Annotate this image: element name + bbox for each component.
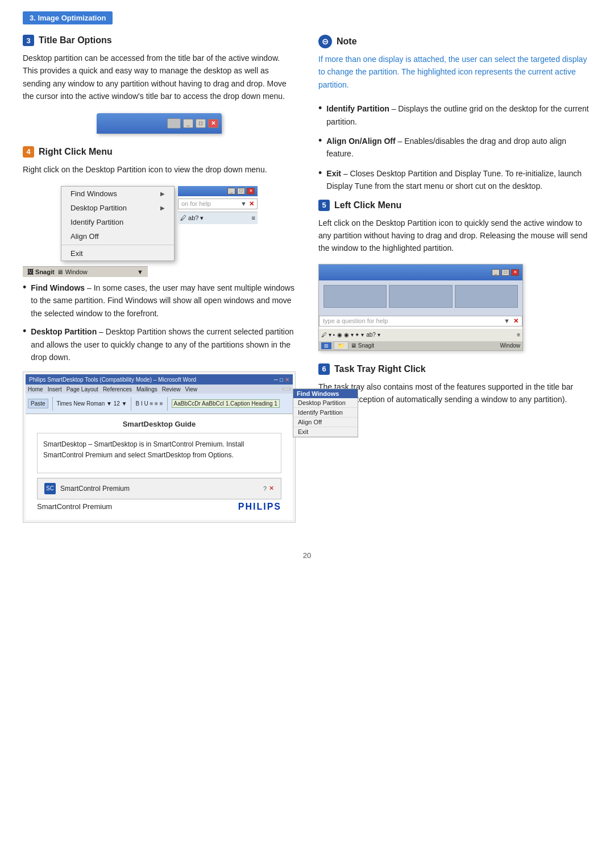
tab-page-layout[interactable]: Page Layout bbox=[67, 386, 98, 392]
dropdown-align[interactable]: Align Off bbox=[293, 418, 358, 427]
lc-body bbox=[319, 280, 522, 316]
left-click-preview: _ □ ✕ type a question for h bbox=[318, 264, 591, 351]
left-bullets: Find Windows – In some cases, the user m… bbox=[23, 282, 296, 363]
lc-maximize[interactable]: □ bbox=[501, 269, 509, 276]
taskbar-item-2: 🖥 Snagit bbox=[351, 342, 374, 349]
dropdown-identify[interactable]: Identify Partition bbox=[293, 408, 358, 418]
section-num-3: 3 bbox=[23, 35, 34, 46]
section-num-6: 6 bbox=[318, 363, 330, 375]
section-title-3: Title Bar Options bbox=[39, 35, 112, 46]
right-column: ⊝ Note If more than one display is attac… bbox=[318, 35, 591, 528]
context-menu: Find Windows ▶ Desktop Partition ▶ Ident… bbox=[61, 186, 175, 261]
lc-searchbar: type a question for help ▼ ✕ bbox=[319, 316, 522, 326]
tab-home[interactable]: Home bbox=[28, 386, 43, 392]
close-button[interactable]: ✕ bbox=[208, 119, 218, 128]
page-footer: 20 bbox=[23, 551, 591, 560]
lc-panel-1 bbox=[323, 285, 387, 308]
menu-item-find-windows[interactable]: Find Windows ▶ bbox=[61, 187, 174, 201]
smartdesktop-content: SmartDesktop – SmartDesktop is in SmartC… bbox=[37, 433, 281, 473]
toolbar-icons-right: ab? ▾ bbox=[366, 332, 380, 338]
doc-title: SmartDesktop Guide bbox=[37, 420, 281, 428]
smartcontrol-banner: SC SmartControl Premium ? ✕ bbox=[37, 478, 281, 499]
arrow-icon: ▶ bbox=[160, 191, 165, 197]
section-title-5: Left Click Menu bbox=[334, 200, 401, 210]
note-box: ⊝ Note If more than one display is attac… bbox=[318, 35, 591, 91]
note-text: If more than one display is attached, th… bbox=[318, 53, 591, 91]
note-bullet-exit: Exit – Closes Desktop Partition and Disp… bbox=[318, 167, 591, 193]
maximize-button[interactable]: □ bbox=[196, 119, 206, 128]
lc-window-frame: _ □ ✕ type a question for h bbox=[318, 264, 523, 351]
lc-search-arrow[interactable]: ▼ bbox=[504, 317, 510, 324]
dropdown-title: Find Windows bbox=[293, 389, 358, 398]
smartdesktop-screenshot: Philips SmartDesktop Tools (Compatibilit… bbox=[23, 371, 296, 522]
max-icon[interactable]: □ bbox=[280, 377, 283, 383]
tab-mailings[interactable]: Mailings bbox=[136, 386, 157, 392]
lc-search-close[interactable]: ✕ bbox=[513, 317, 518, 325]
brand-row: SmartControl Premium PHILIPS bbox=[37, 499, 281, 514]
menu-item-exit[interactable]: Exit bbox=[61, 246, 174, 261]
tab-insert[interactable]: Insert bbox=[48, 386, 62, 392]
tab-view[interactable]: View bbox=[185, 386, 198, 392]
section-title-4: Right Click Menu bbox=[39, 147, 113, 157]
mini-minimize[interactable]: _ bbox=[227, 188, 235, 195]
page-tag: 3. Image Optimization bbox=[23, 11, 113, 24]
menu-item-identify-partition[interactable]: Identify Partition bbox=[61, 215, 174, 229]
mini-close[interactable]: ✕ bbox=[247, 188, 255, 195]
section-3-body: Desktop partition can be accessed from t… bbox=[23, 52, 296, 103]
lc-toolbar: 🖊 ▾ ▪ ◉ ◉ ▾ ✦ ▾ ab? ▾ ≡ bbox=[319, 329, 522, 341]
ribbon-styles: AaBbCcDr AaBbCcl 1.Caption Heading 1 bbox=[172, 399, 280, 408]
toolbar-icons-mid: ◉ ◉ ▾ ✦ ▾ bbox=[337, 332, 364, 338]
lc-minimize[interactable]: _ bbox=[492, 269, 500, 276]
section-6-body: The task tray also contains most of the … bbox=[318, 381, 591, 406]
dropdown-desktop-partition[interactable]: Desktop Partition bbox=[293, 398, 358, 408]
lc-panel-3 bbox=[455, 285, 518, 308]
section-5-body: Left click on the Desktop Partition icon… bbox=[318, 217, 591, 255]
note-bullet-identify: Identify Partition – Displays the outlin… bbox=[318, 102, 591, 128]
section-title-6: Task Tray Right Click bbox=[334, 364, 426, 374]
note-bullets: Identify Partition – Displays the outlin… bbox=[318, 102, 591, 192]
left-column: 3 Title Bar Options Desktop partition ca… bbox=[23, 35, 296, 528]
toolbar-scroll-right: ≡ bbox=[517, 332, 520, 338]
bullet-find-windows: Find Windows – In some cases, the user m… bbox=[23, 282, 296, 320]
taskbar-start[interactable]: ⊞ bbox=[321, 342, 331, 349]
toolbar-icons: 🖊 ab? ▾ bbox=[180, 214, 204, 222]
bullet-desktop-partition: Desktop Partition – Desktop Partition sh… bbox=[23, 325, 296, 363]
tab-review[interactable]: Review bbox=[162, 386, 181, 392]
section-num-5: 5 bbox=[318, 200, 330, 211]
note-icon: ⊝ bbox=[318, 35, 332, 48]
min-icon[interactable]: ─ bbox=[274, 377, 278, 383]
mini-maximize[interactable]: □ bbox=[237, 188, 245, 195]
menu-item-desktop-partition[interactable]: Desktop Partition ▶ bbox=[61, 201, 174, 215]
section-title-bar: 3 Title Bar Options Desktop partition ca… bbox=[23, 35, 296, 134]
search-text: on for help bbox=[181, 200, 238, 207]
toolbar-icons-left: 🖊 ▾ ▪ bbox=[321, 332, 335, 338]
taskbar-item-1[interactable]: 📁 bbox=[334, 341, 349, 350]
dropdown-exit[interactable]: Exit bbox=[293, 427, 358, 437]
taskbar-icon: 🖥 bbox=[57, 268, 63, 275]
section-task-tray: 6 Task Tray Right Click The task tray al… bbox=[318, 363, 591, 406]
sc-icon: SC bbox=[44, 483, 56, 494]
smartcontrol-brand: SmartControl Premium bbox=[37, 502, 112, 511]
minimize-button[interactable]: _ bbox=[183, 119, 193, 128]
ribbon-paste[interactable]: Paste bbox=[28, 399, 48, 408]
arrow-icon: ▶ bbox=[160, 205, 165, 211]
philips-label: PHILIPS bbox=[238, 502, 281, 512]
window-label: Window bbox=[65, 268, 88, 275]
banner-close[interactable]: ✕ bbox=[269, 485, 274, 492]
lc-titlebar: _ □ ✕ bbox=[319, 264, 522, 280]
snagit-label: 🖼 Snagit bbox=[27, 268, 55, 275]
smartcontrol-label: SmartControl Premium bbox=[60, 485, 130, 493]
ribbon-font-controls: Times New Roman ▼ 12 ▼ bbox=[57, 400, 127, 407]
section-num-4: 4 bbox=[23, 146, 34, 158]
ribbon-format-btns: B I U ≡ ≡ ≡ bbox=[135, 400, 163, 407]
cls-icon[interactable]: ✕ bbox=[285, 377, 289, 383]
lc-close[interactable]: ✕ bbox=[511, 269, 519, 276]
menu-item-align-off[interactable]: Align Off bbox=[61, 229, 174, 243]
section-right-click: 4 Right Click Menu Right click on the De… bbox=[23, 146, 296, 261]
close-hint: ? bbox=[263, 485, 267, 492]
titlebar-illustration: _ □ ✕ bbox=[23, 113, 296, 134]
note-bullet-align: Align On/Align Off – Enables/disables th… bbox=[318, 135, 591, 160]
tab-references[interactable]: References bbox=[103, 386, 132, 392]
section-left-click: 5 Left Click Menu Left click on the Desk… bbox=[318, 200, 591, 351]
note-title: ⊝ Note bbox=[318, 35, 591, 48]
